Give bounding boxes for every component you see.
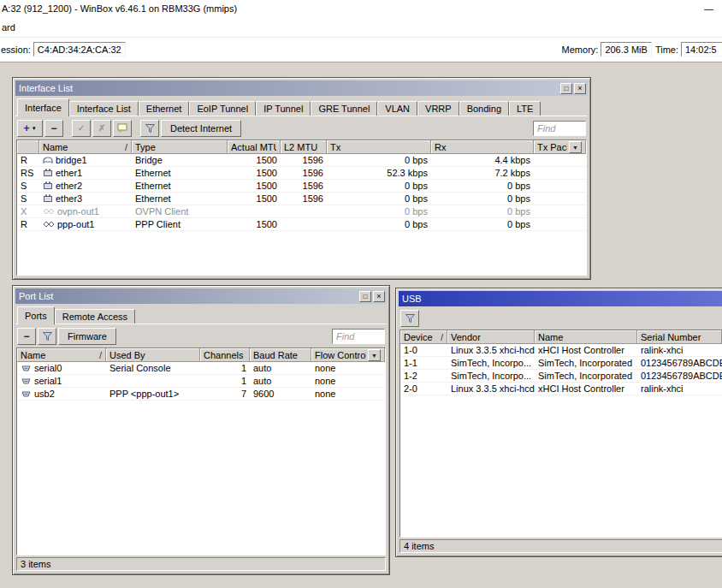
column-header-flag[interactable]	[17, 140, 39, 154]
remove-button[interactable]: −	[44, 120, 63, 137]
remove-button[interactable]: −	[17, 328, 36, 345]
column-header-type[interactable]: Type	[132, 140, 228, 154]
filter-button[interactable]	[400, 310, 419, 327]
cell-actual_mtu: 1500	[228, 180, 281, 192]
find-input[interactable]: Find	[332, 329, 385, 344]
cell-flag: R	[17, 154, 39, 166]
port-row[interactable]: serial0Serial Console1autonone	[17, 362, 385, 375]
ppp-icon	[43, 219, 55, 229]
cell-name: serial1	[17, 375, 106, 387]
column-header-tx_packet[interactable]: Tx Packe...▼	[534, 140, 586, 154]
column-header-tx[interactable]: Tx	[327, 140, 431, 154]
column-header-l2_mtu[interactable]: L2 MTU	[281, 140, 327, 154]
menu-item-dashboard[interactable]: ard	[0, 22, 17, 33]
interface-row[interactable]: Rbridge1Bridge150015960 bps4.4 kbps	[17, 154, 586, 167]
tab-vrrp[interactable]: VRRP	[417, 101, 459, 116]
cell-rx: 0 bps	[431, 218, 534, 230]
cell-rx: 0 bps	[431, 180, 534, 192]
remove-icon: −	[50, 122, 56, 134]
enable-button[interactable]: ✓	[72, 120, 91, 137]
column-header-vendor[interactable]: Vendor	[447, 330, 535, 344]
interface-row[interactable]: RSether1Ethernet1500159652.3 kbps7.2 kbp…	[17, 167, 586, 180]
cell-flag: X	[17, 205, 39, 217]
interface-list-titlebar[interactable]: Interface List □ ×	[15, 80, 588, 96]
column-header-device[interactable]: Device/	[400, 330, 447, 344]
cell-tx: 0 bps	[327, 154, 431, 166]
column-header-name[interactable]: Name/	[39, 140, 132, 154]
tab-vlan[interactable]: VLAN	[377, 101, 417, 116]
port-list-titlebar[interactable]: Port List □ ×	[15, 288, 387, 304]
cell-serial: ralink-xhci	[637, 383, 722, 395]
ethernet-icon	[43, 181, 53, 191]
cell-name: usb2	[17, 388, 106, 400]
column-header-used_by[interactable]: Used By	[106, 348, 200, 362]
sort-indicator-icon: /	[125, 142, 127, 152]
tab-interface[interactable]: Interface	[17, 98, 69, 116]
filter-button[interactable]	[140, 120, 159, 137]
firmware-button[interactable]: Firmware	[58, 328, 116, 345]
main-menubar: ard	[0, 17, 722, 38]
vpn-icon	[43, 206, 55, 217]
filter-button[interactable]	[38, 328, 56, 345]
interface-row[interactable]: Rppp-out1PPP Client15000 bps0 bps	[17, 218, 586, 231]
column-header-channels[interactable]: Channels	[200, 348, 250, 362]
port-tabstrip: PortsRemote Access	[15, 304, 387, 324]
cell-rx: 4.4 kbps	[431, 154, 534, 166]
column-header-name[interactable]: Name	[535, 330, 637, 344]
usb-table-body: 1-0Linux 3.3.5 xhci-hcdxHCI Host Control…	[400, 344, 722, 537]
tab-eoip-tunnel[interactable]: EoIP Tunnel	[189, 101, 256, 116]
cell-flag: RS	[17, 167, 39, 179]
column-header-flow[interactable]: Flow Control▼	[311, 348, 385, 362]
cell-device: 1-2	[400, 370, 447, 382]
maximize-icon[interactable]: □	[359, 291, 371, 302]
disable-button[interactable]: ✗	[92, 120, 111, 137]
interface-row[interactable]: Sether2Ethernet150015960 bps0 bps	[17, 180, 586, 193]
tab-interface-list[interactable]: Interface List	[69, 101, 139, 116]
cell-name: SimTech, Incorporated	[535, 370, 637, 382]
column-select-icon[interactable]: ▼	[569, 141, 582, 153]
tab-ports[interactable]: Ports	[17, 306, 55, 324]
usb-titlebar[interactable]: USB	[399, 291, 722, 306]
usb-window: USB Device/VendorNameSerial Number 1-0Li…	[395, 288, 722, 557]
add-button[interactable]: + ▼	[17, 120, 43, 137]
usb-device-row[interactable]: 1-1SimTech, Incorpo...SimTech, Incorpora…	[400, 357, 722, 370]
column-header-serial[interactable]: Serial Number	[637, 330, 722, 344]
column-header-baud[interactable]: Baud Rate	[250, 348, 311, 362]
usb-device-row[interactable]: 2-0Linux 3.3.5 xhci-hcdxHCI Host Control…	[400, 383, 722, 395]
find-input[interactable]: Find	[533, 121, 586, 136]
detect-internet-button[interactable]: Detect Internet	[161, 120, 241, 137]
maximize-icon[interactable]: □	[560, 83, 572, 94]
tab-ethernet[interactable]: Ethernet	[139, 101, 190, 116]
cell-baud: auto	[250, 375, 311, 387]
usb-device-row[interactable]: 1-2SimTech, Incorpo...SimTech, Incorpora…	[400, 370, 722, 383]
usb-device-row[interactable]: 1-0Linux 3.3.5 xhci-hcdxHCI Host Control…	[400, 344, 722, 357]
session-address-field[interactable]: C4:AD:34:2A:CA:32	[33, 42, 126, 56]
interface-panel: + ▼ − ✓ ✗	[15, 116, 588, 276]
column-select-icon[interactable]: ▼	[368, 349, 381, 361]
close-icon[interactable]: ×	[373, 291, 385, 302]
sort-indicator-icon: /	[99, 350, 102, 360]
comment-button[interactable]	[113, 120, 132, 137]
tab-bonding[interactable]: Bonding	[459, 101, 509, 116]
port-row[interactable]: usb2PPP <ppp-out1>79600none	[17, 388, 385, 401]
cell-vendor: Linux 3.3.5 xhci-hcd	[447, 344, 535, 356]
minimize-icon[interactable]: —	[702, 3, 715, 14]
tab-ip-tunnel[interactable]: IP Tunnel	[256, 101, 311, 116]
interface-row[interactable]: Sether3Ethernet150015960 bps0 bps	[17, 193, 586, 205]
column-header-rx[interactable]: Rx	[431, 140, 534, 154]
close-icon[interactable]: ×	[574, 83, 586, 94]
cell-used_by: Serial Console	[106, 362, 200, 374]
session-label: ession:	[1, 45, 31, 55]
cell-actual_mtu: 1500	[228, 154, 281, 166]
usb-table-header: Device/VendorNameSerial Number	[400, 330, 722, 344]
cell-vendor: SimTech, Incorpo...	[447, 357, 535, 369]
interface-row[interactable]: Xovpn-out1OVPN Client0 bps0 bps	[17, 205, 586, 218]
column-header-actual_mtu[interactable]: Actual MTU	[228, 140, 281, 154]
tab-gre-tunnel[interactable]: GRE Tunnel	[311, 101, 377, 116]
port-row[interactable]: serial11autonone	[17, 375, 385, 388]
tab-remote-access[interactable]: Remote Access	[55, 309, 135, 324]
cell-type: Bridge	[132, 154, 228, 166]
cell-baud: 9600	[250, 388, 311, 400]
tab-lte[interactable]: LTE	[509, 101, 541, 116]
column-header-name[interactable]: Name/	[17, 348, 106, 362]
